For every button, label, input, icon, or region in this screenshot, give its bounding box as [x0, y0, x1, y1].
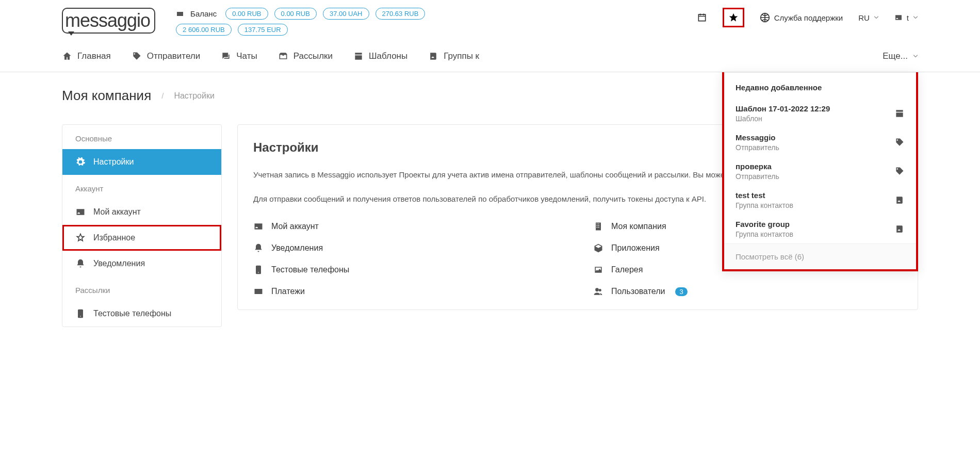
- dropdown-item[interactable]: MessaggioОтправитель: [724, 128, 916, 157]
- nav-more[interactable]: Еще...: [883, 51, 918, 61]
- star-icon: [728, 12, 739, 23]
- gear-icon: [75, 157, 86, 167]
- contacts-icon: [894, 195, 905, 205]
- card-icon: [253, 286, 264, 297]
- dropdown-item[interactable]: проверкаОтправитель: [724, 157, 916, 186]
- nav-senders[interactable]: Отправители: [132, 51, 201, 61]
- balance-label: Баланс: [190, 9, 217, 18]
- template-icon: [353, 51, 364, 61]
- nav-contact-groups[interactable]: Группы к: [428, 51, 479, 61]
- link-Мой аккаунт[interactable]: Мой аккаунт: [253, 221, 562, 232]
- balance-pill[interactable]: 0.00 RUB: [225, 8, 268, 20]
- page-title: Моя компания: [62, 88, 151, 104]
- dropdown-item[interactable]: Шаблон 17-01-2022 12:29Шаблон: [724, 99, 916, 128]
- contacts-icon: [428, 51, 438, 61]
- phone-icon: [75, 308, 86, 319]
- nav-broadcasts[interactable]: Рассылки: [278, 51, 333, 61]
- id-icon: [253, 221, 264, 232]
- card-icon: [176, 10, 184, 18]
- chat-icon: [221, 51, 231, 61]
- phone-icon: [253, 265, 264, 275]
- logo[interactable]: messaggio: [62, 8, 155, 34]
- balance-pill[interactable]: 0.00 RUB: [274, 8, 317, 20]
- favorites-button[interactable]: [723, 8, 744, 27]
- sidebar-item-Мой аккаунт[interactable]: Мой аккаунт: [62, 199, 221, 225]
- tag-icon: [132, 51, 142, 61]
- link-Уведомления[interactable]: Уведомления: [253, 243, 562, 253]
- building-icon: [593, 221, 603, 232]
- sidebar-section-title: Основные: [62, 125, 221, 149]
- inbox-icon: [278, 51, 288, 61]
- balance-pill[interactable]: 137.75 EUR: [238, 24, 288, 36]
- sidebar-item-Уведомления[interactable]: Уведомления: [62, 251, 221, 276]
- link-Пользователи[interactable]: Пользователи3: [593, 286, 902, 297]
- calendar-icon: [697, 12, 707, 23]
- sidebar-item-Избранное[interactable]: Избранное: [62, 225, 221, 251]
- support-link[interactable]: Служба поддержки: [760, 12, 843, 23]
- tag-icon: [894, 166, 905, 176]
- balance-pill[interactable]: 270.63 RUB: [375, 8, 426, 20]
- favorites-dropdown: Недавно добавленное Шаблон 17-01-2022 12…: [722, 72, 918, 271]
- link-Тестовые телефоны[interactable]: Тестовые телефоны: [253, 265, 562, 275]
- dropdown-view-all[interactable]: Посмотреть всё (6): [724, 243, 916, 269]
- nav-home[interactable]: Главная: [62, 51, 111, 61]
- sidebar-item-Тестовые телефоны[interactable]: Тестовые телефоны: [62, 301, 221, 327]
- bell-icon: [253, 243, 264, 253]
- tag-icon: [894, 137, 905, 148]
- chevron-down-icon: [913, 16, 918, 19]
- header: messaggio Баланс 0.00 RUB 0.00 RUB 37.00…: [0, 0, 980, 41]
- user-menu[interactable]: t: [894, 13, 918, 22]
- balance-section: Баланс 0.00 RUB 0.00 RUB 37.00 UAH 270.6…: [176, 8, 425, 36]
- calendar-button[interactable]: [697, 12, 707, 23]
- dropdown-title: Недавно добавленное: [724, 73, 916, 99]
- bell-icon: [75, 258, 86, 269]
- link-Платежи[interactable]: Платежи: [253, 286, 562, 297]
- users-icon: [593, 286, 603, 297]
- id-icon: [894, 13, 903, 22]
- sidebar: ОсновныеНастройкиАккаунтМой аккаунтИзбра…: [62, 124, 222, 327]
- balance-pill[interactable]: 2 606.00 RUB: [176, 24, 232, 36]
- nav-chats[interactable]: Чаты: [221, 51, 257, 61]
- gallery-icon: [593, 265, 603, 275]
- id-icon: [75, 207, 86, 217]
- sidebar-item-Настройки[interactable]: Настройки: [62, 149, 221, 175]
- chevron-down-icon: [874, 16, 879, 19]
- lang-selector[interactable]: RU: [858, 13, 879, 22]
- main-nav: Главная Отправители Чаты Рассылки Шаблон…: [0, 41, 980, 72]
- contacts-icon: [894, 224, 905, 234]
- nav-templates[interactable]: Шаблоны: [353, 51, 407, 61]
- sidebar-section-title: Аккаунт: [62, 175, 221, 199]
- balance-pill[interactable]: 37.00 UAH: [323, 8, 369, 20]
- badge: 3: [675, 287, 687, 296]
- dropdown-item[interactable]: Favorite groupГруппа контактов: [724, 215, 916, 243]
- breadcrumb-sub: Настройки: [174, 91, 214, 101]
- star-icon: [75, 233, 86, 243]
- sidebar-section-title: Рассылки: [62, 276, 221, 301]
- globe-icon: [760, 12, 770, 23]
- template-icon: [894, 108, 905, 119]
- dropdown-item[interactable]: test testГруппа контактов: [724, 186, 916, 215]
- chevron-down-icon: [913, 55, 918, 58]
- box-icon: [593, 243, 603, 253]
- home-icon: [62, 51, 72, 61]
